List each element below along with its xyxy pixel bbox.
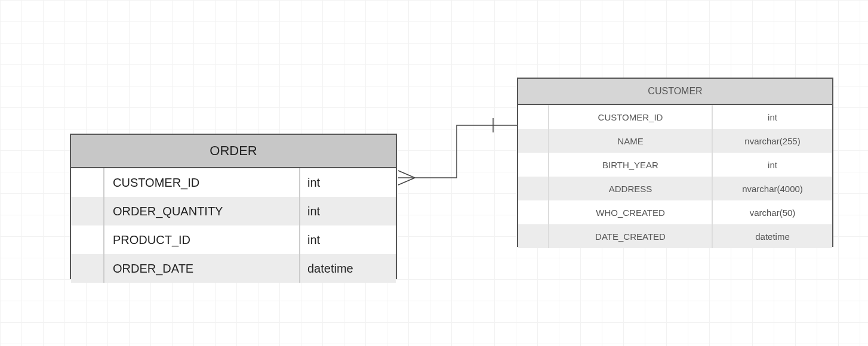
column-type: int [713, 153, 832, 177]
column-type: datetime [300, 254, 396, 283]
column-type: int [300, 197, 396, 225]
key-marker [71, 225, 104, 254]
key-marker [71, 197, 104, 225]
column-name: ADDRESS [549, 177, 713, 200]
column-name: DATE_CREATED [549, 224, 713, 248]
column-type: varchar(50) [713, 200, 832, 224]
entity-order-rows: CUSTOMER_ID int ORDER_QUANTITY int PRODU… [71, 168, 396, 283]
column-type: int [300, 168, 396, 197]
key-marker [71, 168, 104, 197]
key-marker [518, 105, 549, 129]
entity-customer-title: CUSTOMER [518, 79, 832, 105]
key-marker [518, 153, 549, 177]
key-marker [518, 177, 549, 200]
table-row[interactable]: DATE_CREATED datetime [518, 224, 832, 248]
column-name: NAME [549, 129, 713, 153]
key-marker [518, 129, 549, 153]
entity-order-title: ORDER [71, 135, 396, 168]
entity-customer-rows: CUSTOMER_ID int NAME nvarchar(255) BIRTH… [518, 105, 832, 248]
table-row[interactable]: ADDRESS nvarchar(4000) [518, 177, 832, 200]
table-row[interactable]: WHO_CREATED varchar(50) [518, 200, 832, 224]
key-marker [71, 254, 104, 283]
column-type: datetime [713, 224, 832, 248]
key-marker [518, 200, 549, 224]
table-row[interactable]: BIRTH_YEAR int [518, 153, 832, 177]
column-name: PRODUCT_ID [104, 225, 300, 254]
table-row[interactable]: NAME nvarchar(255) [518, 129, 832, 153]
column-name: BIRTH_YEAR [549, 153, 713, 177]
column-name: CUSTOMER_ID [104, 168, 300, 197]
key-marker [518, 224, 549, 248]
column-type: nvarchar(4000) [713, 177, 832, 200]
column-name: ORDER_QUANTITY [104, 197, 300, 225]
column-name: WHO_CREATED [549, 200, 713, 224]
column-type: int [300, 225, 396, 254]
table-row[interactable]: CUSTOMER_ID int [71, 168, 396, 197]
table-row[interactable]: CUSTOMER_ID int [518, 105, 832, 129]
entity-customer[interactable]: CUSTOMER CUSTOMER_ID int NAME nvarchar(2… [517, 78, 833, 247]
column-type: nvarchar(255) [713, 129, 832, 153]
table-row[interactable]: PRODUCT_ID int [71, 225, 396, 254]
column-name: ORDER_DATE [104, 254, 300, 283]
column-name: CUSTOMER_ID [549, 105, 713, 129]
column-type: int [713, 105, 832, 129]
entity-order[interactable]: ORDER CUSTOMER_ID int ORDER_QUANTITY int… [70, 134, 397, 279]
table-row[interactable]: ORDER_QUANTITY int [71, 197, 396, 225]
table-row[interactable]: ORDER_DATE datetime [71, 254, 396, 283]
